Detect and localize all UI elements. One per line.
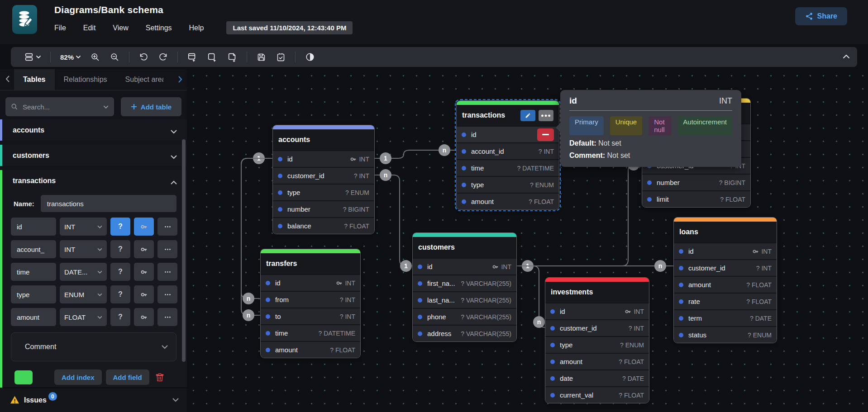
delete-field-button[interactable]: [537, 128, 554, 141]
field-type-select[interactable]: INT: [60, 240, 107, 258]
table-field-row[interactable]: balance? FLOAT: [273, 217, 374, 234]
chevron-down-icon[interactable]: [171, 153, 177, 161]
share-button[interactable]: Share: [795, 7, 847, 25]
table-field-row[interactable]: last_na...? VARCHAR(255): [413, 291, 516, 308]
table-field-row[interactable]: type? ENUM: [273, 184, 374, 200]
diagram-table-transfers[interactable]: transfersidINTfrom? INTto? INTtime? DATE…: [260, 249, 361, 358]
field-nullable-button[interactable]: ?: [110, 263, 130, 281]
field-nullable-button[interactable]: ?: [110, 240, 130, 258]
field-type-select[interactable]: ENUM: [60, 285, 107, 303]
zoom-level-select[interactable]: 82%: [60, 53, 81, 61]
chevron-down-icon[interactable]: [103, 105, 109, 109]
field-name-input[interactable]: amount: [11, 308, 56, 326]
chevron-down-icon[interactable]: [172, 398, 179, 402]
app-logo-icon[interactable]: [12, 5, 37, 34]
field-name-input[interactable]: account_: [11, 240, 56, 258]
table-field-row[interactable]: from? INT: [261, 291, 360, 308]
table-field-row[interactable]: phone? VARCHAR(255): [413, 308, 516, 325]
table-field-row[interactable]: id: [457, 126, 559, 142]
delete-table-button[interactable]: [155, 372, 164, 382]
issues-bar[interactable]: Issues 0: [0, 388, 187, 412]
tabs-scroll-left-icon[interactable]: [5, 76, 10, 84]
table-field-row[interactable]: amount? FLOAT: [674, 276, 777, 293]
undo-button[interactable]: [139, 52, 148, 62]
field-more-button[interactable]: [157, 308, 177, 326]
table-field-row[interactable]: number? BIGINT: [273, 200, 374, 217]
table-options-button[interactable]: ●●●: [539, 110, 553, 121]
table-field-row[interactable]: idINT: [273, 150, 374, 167]
sidebar-table-customers[interactable]: customers: [0, 145, 187, 166]
tab-tables[interactable]: Tables: [14, 69, 55, 90]
table-field-row[interactable]: amount? FLOAT: [545, 353, 649, 369]
chevron-down-icon[interactable]: [171, 128, 177, 136]
search-input[interactable]: [23, 103, 86, 111]
menu-view[interactable]: View: [113, 24, 128, 32]
table-field-row[interactable]: to? INT: [261, 308, 360, 324]
field-name-input[interactable]: id: [11, 218, 56, 236]
table-field-row[interactable]: rate? FLOAT: [674, 293, 777, 309]
table-field-row[interactable]: time? DATETIME: [457, 159, 559, 176]
scrollbar-thumb[interactable]: [182, 139, 186, 362]
diagram-layout-button[interactable]: [24, 52, 41, 62]
field-primary-key-button[interactable]: [134, 308, 154, 326]
menu-file[interactable]: File: [54, 24, 66, 32]
add-field-button[interactable]: Add field: [106, 369, 149, 385]
table-field-row[interactable]: time? DATETIME: [261, 324, 360, 341]
sidebar-table-accounts[interactable]: accounts: [0, 119, 187, 141]
table-field-row[interactable]: limit? FLOAT: [642, 190, 750, 207]
table-field-row[interactable]: date? DATE: [545, 369, 649, 386]
field-type-select[interactable]: FLOAT: [60, 308, 107, 326]
field-primary-key-button[interactable]: [134, 263, 154, 281]
table-field-row[interactable]: type? ENUM: [457, 176, 559, 193]
table-field-row[interactable]: address? VARCHAR(255): [413, 325, 516, 341]
zoom-out-button[interactable]: [110, 52, 119, 62]
field-primary-key-button[interactable]: [134, 218, 154, 236]
comment-section[interactable]: Comment: [11, 332, 176, 361]
field-more-button[interactable]: [157, 240, 177, 258]
field-primary-key-button[interactable]: [134, 285, 154, 303]
field-primary-key-button[interactable]: [134, 240, 154, 258]
add-note-button[interactable]: [227, 52, 237, 62]
chevron-up-icon[interactable]: [171, 178, 177, 186]
table-field-row[interactable]: idINT: [545, 303, 649, 319]
field-type-select[interactable]: DATE...: [60, 263, 107, 281]
sidebar-table-transactions[interactable]: transactions Name: idINT?account_INT?tim…: [0, 170, 187, 392]
zoom-in-button[interactable]: [91, 52, 100, 62]
field-more-button[interactable]: [157, 263, 177, 281]
table-field-row[interactable]: idINT: [674, 242, 777, 259]
table-field-row[interactable]: term? DATE: [674, 309, 777, 326]
field-name-input[interactable]: time: [11, 263, 56, 281]
theme-toggle-button[interactable]: [305, 52, 315, 62]
table-field-row[interactable]: amount? FLOAT: [261, 341, 360, 358]
diagram-table-customers[interactable]: customersidINTfirst_na...? VARCHAR(255)l…: [412, 232, 517, 342]
table-field-row[interactable]: customer_id? INT: [545, 319, 649, 336]
menu-settings[interactable]: Settings: [146, 24, 172, 32]
table-field-row[interactable]: amount? FLOAT: [457, 193, 559, 209]
collapse-header-button[interactable]: [843, 52, 850, 61]
table-field-row[interactable]: current_val? FLOAT: [545, 386, 649, 403]
diagram-table-loans[interactable]: loansidINTcustomer_id? INTamount? FLOATr…: [673, 217, 777, 343]
table-name-input[interactable]: [41, 195, 176, 212]
add-index-button[interactable]: Add index: [54, 369, 102, 385]
add-area-button[interactable]: [207, 52, 217, 62]
tabs-scroll-right-icon[interactable]: [178, 76, 182, 85]
table-field-row[interactable]: customer_id? INT: [674, 259, 777, 276]
table-field-row[interactable]: idINT: [413, 258, 516, 275]
save-button[interactable]: [257, 52, 266, 62]
field-nullable-button[interactable]: ?: [110, 285, 130, 303]
table-color-swatch[interactable]: [14, 370, 33, 384]
diagram-table-investments[interactable]: investmentsidINTcustomer_id? INTtype? EN…: [545, 277, 649, 403]
menu-help[interactable]: Help: [189, 24, 204, 32]
tab-relationships[interactable]: Relationships: [55, 69, 116, 90]
table-field-row[interactable]: idINT: [261, 274, 360, 291]
diagram-table-accounts[interactable]: accountsidINTcustomer_id? INTtype? ENUMn…: [272, 125, 375, 234]
table-field-row[interactable]: account_id? INT: [457, 142, 559, 159]
redo-button[interactable]: [158, 52, 168, 62]
add-table-button[interactable]: [187, 52, 197, 62]
field-name-input[interactable]: type: [11, 285, 56, 303]
menu-edit[interactable]: Edit: [83, 24, 96, 32]
field-type-select[interactable]: INT: [60, 218, 107, 236]
diagram-table-transactions[interactable]: transactions●●●idaccount_id? INTtime? DA…: [456, 100, 559, 210]
table-field-row[interactable]: number? BIGINT: [642, 174, 750, 190]
todo-button[interactable]: [276, 52, 286, 62]
